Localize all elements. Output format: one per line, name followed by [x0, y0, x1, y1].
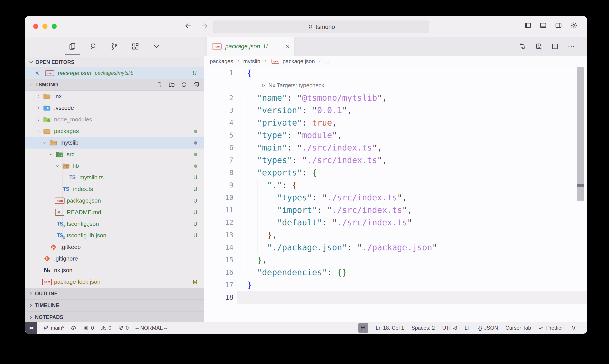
codelens-nx-targets[interactable]: Nx Targets: typecheck — [204, 79, 587, 92]
tree-item-label: packages — [54, 128, 79, 134]
tree-item--nx[interactable]: .nx — [25, 91, 204, 102]
tree-item--vscode[interactable]: .vscode — [25, 102, 204, 114]
panel-header-outline[interactable]: OUTLINE — [25, 288, 204, 299]
git-status-badge: U — [193, 70, 196, 76]
forward-button[interactable] — [200, 22, 209, 30]
status-sync[interactable] — [71, 325, 77, 331]
activity-item-search[interactable] — [88, 41, 98, 53]
tree-item-mytslib-ts[interactable]: TSmytslib.tsU — [25, 172, 204, 183]
file-tree: .nx.vscodenode_modulespackagesmytslib</>… — [25, 91, 204, 288]
open-editors-header[interactable]: OPEN EDITORS — [25, 57, 204, 67]
tree-item-packages[interactable]: packages — [25, 125, 204, 137]
code-token: } — [257, 255, 262, 265]
compare-changes-icon[interactable] — [519, 43, 526, 50]
code-line-15: 15 }, — [204, 254, 587, 266]
gear-icon[interactable] — [570, 22, 578, 29]
new-file-icon[interactable] — [156, 81, 163, 88]
tree-item-readme-md[interactable]: M↓README.mdU — [25, 207, 204, 218]
tab-package-json[interactable]: npm package.json U — [207, 37, 295, 56]
open-editor-item[interactable]: npmpackage.jsonpackages/mytslibU — [25, 67, 204, 79]
activity-item-source-control[interactable] — [109, 41, 119, 53]
code-token: { — [312, 168, 317, 177]
tree-item--gitkeep[interactable]: .gitkeep — [25, 241, 204, 253]
ellipsis-icon[interactable] — [568, 43, 575, 50]
tree-item--gitignore[interactable]: .gitignore — [25, 253, 204, 264]
open-preview-icon[interactable] — [535, 43, 543, 50]
back-button[interactable] — [184, 22, 193, 30]
status-indentation[interactable]: Spaces: 2 — [412, 325, 435, 331]
code-token: " — [322, 193, 327, 202]
tree-item-label: tsconfig.lib.json — [67, 232, 106, 239]
code-area[interactable]: 1{Nx Targets: typecheck2 "name": "@tsmon… — [204, 67, 587, 322]
status-git-branch[interactable]: main* — [43, 325, 64, 331]
tree-item-package-lock-json[interactable]: npmpackage-lock.jsonM — [25, 276, 204, 288]
close-tab-icon[interactable] — [284, 43, 290, 49]
tree-item-tsconfig-lib-json[interactable]: TS⚙tsconfig.lib.jsonU — [25, 230, 204, 241]
git-status-dot — [194, 140, 197, 146]
collapse-all-icon[interactable] — [193, 81, 199, 88]
status-ports[interactable]: 0 — [118, 325, 129, 331]
tree-item-index-ts[interactable]: TSindex.tsU — [25, 183, 204, 195]
scrollbar-cursor-marker — [577, 184, 584, 187]
current-line-highlight — [237, 291, 587, 304]
refresh-icon[interactable] — [181, 81, 187, 88]
code-line-3: 3 "version": "0.0.1", — [204, 104, 587, 117]
panel-bottom-icon[interactable] — [539, 22, 547, 29]
panel-left-icon[interactable] — [524, 22, 531, 29]
status-errors[interactable]: 0 — [83, 325, 94, 331]
new-folder-icon[interactable] — [168, 81, 175, 88]
breadcrumb-item-more[interactable]: ... — [325, 58, 329, 65]
line-number: 7 — [204, 154, 247, 167]
code-token: " — [432, 243, 437, 252]
tree-item-src[interactable]: </>src — [25, 149, 204, 160]
panel-right-icon[interactable] — [555, 22, 562, 29]
breadcrumb-item-mytslib[interactable]: mytslib — [243, 58, 260, 65]
code-token: : — [287, 143, 297, 153]
status-label: Cursor Tab — [505, 325, 531, 331]
status-cursor-tab[interactable]: Cursor Tab — [505, 325, 531, 331]
code-token: , — [382, 93, 387, 103]
tree-item-nx-json[interactable]: Nxnx.json — [25, 264, 204, 276]
close-editor-icon[interactable] — [35, 70, 40, 76]
tree-item-tsconfig-json[interactable]: TS⚙tsconfig.jsonU — [25, 218, 204, 230]
vscode-window: tsmono OPEN EDITORS npmpackage.jsonpacka… — [25, 16, 587, 334]
command-center-search[interactable]: tsmono — [213, 21, 429, 33]
panel-header-notepads[interactable]: NOTEPADS — [25, 311, 204, 322]
breadcrumb-item-packages[interactable]: packages — [210, 58, 233, 65]
chevron-down-icon — [54, 164, 61, 169]
explorer-title: TSMONO — [35, 82, 58, 88]
activity-item-explorer[interactable] — [67, 41, 78, 53]
activity-item-extensions[interactable] — [130, 41, 141, 53]
status-language-mode[interactable]: {}JSON — [478, 325, 498, 331]
tree-item-label: nx.json — [54, 267, 72, 274]
code-line-10: 10 "types": "./src/index.ts", — [204, 191, 587, 204]
panel-header-timeline[interactable]: TIMELINE — [25, 299, 204, 311]
tree-item-package-json[interactable]: npmpackage.jsonU — [25, 195, 204, 207]
minimize-window-button[interactable] — [42, 24, 48, 29]
line-number: 16 — [204, 266, 247, 279]
sidebar-panels: OUTLINETIMELINENOTEPADS — [25, 288, 204, 322]
tree-item-lib[interactable]: lib — [25, 160, 204, 172]
breadcrumb-item-packagejson[interactable]: npmpackage.json — [270, 58, 315, 65]
status-notifications[interactable] — [570, 325, 576, 331]
status-eol[interactable]: LF — [465, 325, 471, 331]
explorer-actions — [156, 81, 199, 88]
line-number: 9 — [204, 179, 247, 191]
explorer-header[interactable]: TSMONO — [25, 79, 204, 91]
split-editor-icon[interactable] — [551, 43, 559, 50]
code-token: " — [332, 218, 337, 227]
tree-item-mytslib[interactable]: mytslib — [25, 137, 204, 149]
status-formatter[interactable]: Prettier — [539, 325, 563, 331]
editor-scrollbar[interactable] — [577, 67, 584, 201]
tree-item-node-modules[interactable]: node_modules — [25, 114, 204, 125]
status-cursor-position[interactable]: Ln 18, Col 1 — [376, 325, 404, 331]
breadcrumb-label: package.json — [283, 58, 315, 65]
status-vim-mode[interactable]: -- NORMAL -- — [135, 325, 167, 331]
remote-indicator[interactable]: >< — [25, 322, 37, 334]
status-encoding[interactable]: UTF-8 — [442, 325, 457, 331]
status-zoom-indicator[interactable] — [358, 323, 368, 333]
close-window-button[interactable] — [33, 24, 38, 29]
zoom-window-button[interactable] — [52, 24, 57, 29]
activity-item-more[interactable] — [151, 41, 161, 53]
status-warnings[interactable]: 0 — [101, 325, 111, 331]
